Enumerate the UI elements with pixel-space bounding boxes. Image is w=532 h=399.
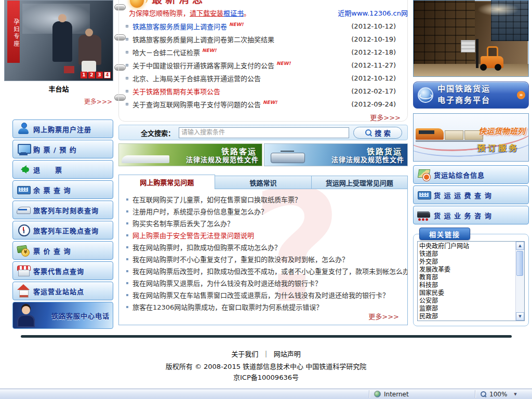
- news-link[interactable]: 关于铁路预售期有关事项公告: [132, 86, 220, 96]
- link-item[interactable]: 监察部: [419, 305, 515, 313]
- zoom-dropdown-arrow[interactable]: ▼: [514, 392, 516, 396]
- site-statement-link[interactable]: 网站声明: [274, 350, 301, 358]
- banner-subtitle: 法律法规及规范性文件: [331, 154, 404, 164]
- carousel-more-link[interactable]: 更多>>>: [4, 97, 113, 105]
- faq-item[interactable]: 我在网站购票时，扣款成功但购票不成功怎么办？: [124, 241, 400, 253]
- menu-item-freight-service[interactable]: 货 运 业 务 咨 询: [413, 206, 529, 224]
- faq-content-box: ? 在互联网购买了儿童票，如何在售票窗口换取纸质车票？ 注册用户时，系统提示身份…: [118, 189, 408, 325]
- news-item: 北京、上海局关于合蚌高铁开通运营的公告 (2012-10-12): [126, 72, 401, 85]
- refund-arrow-icon: [17, 163, 30, 176]
- menu-label: 旅客列车正晚点查询: [33, 225, 99, 235]
- menu-item-freight-station-info[interactable]: 货运站综合信息: [413, 165, 529, 184]
- menu-item-freight-fee-query[interactable]: 货 运 运 费 查 询: [413, 185, 529, 204]
- express-freight-banner[interactable]: 快运货物班列 预 订 服 务: [413, 113, 529, 162]
- link-item[interactable]: 民政部: [419, 313, 515, 321]
- tab-online-ticket-faq[interactable]: 网上购票常见问题: [118, 175, 215, 189]
- bullet-icon: [126, 258, 128, 260]
- tab-freight-faq[interactable]: 货运网上受理常见问题: [312, 176, 408, 189]
- faq-item[interactable]: 旅客在12306网站购票成功，在窗口取票时为何系统提示错误？: [124, 301, 400, 313]
- link-item[interactable]: 发展改革委: [419, 266, 515, 274]
- menu-item-buy-ticket[interactable]: 购 票 / 预 约: [12, 140, 113, 158]
- search-button[interactable]: 搜 索: [353, 127, 402, 139]
- news-link[interactable]: 关于查询互联网购票电子支付等问题的公告: [132, 99, 261, 109]
- faq-question: 我在网站购票后改签时，扣款成功但改签不成功，或者不小心重复支付了，款项未到帐怎么…: [132, 266, 408, 276]
- search-input[interactable]: [179, 127, 349, 138]
- notice-text: 为保障您顺畅购票，: [129, 9, 190, 17]
- ecommerce-line1: 中国铁路货运: [437, 84, 490, 95]
- freight-legal-banner[interactable]: 铁路货运 法律法规及规范性文件: [264, 143, 408, 166]
- faq-question: 在互联网购买了儿童票，如何在售票窗口换取纸质车票？: [132, 194, 301, 204]
- menu-item-register[interactable]: 网上购票用户注册: [12, 119, 113, 138]
- tab-railway-knowledge[interactable]: 铁路常识: [215, 176, 311, 189]
- status-message-area: [0, 389, 369, 399]
- zone-label: Internet: [384, 391, 409, 398]
- faq-more-link[interactable]: 更多>>>: [368, 311, 399, 321]
- faq-question: 我在网站购票又退票后，为什么钱没有及时退还给我的银行卡？: [132, 278, 322, 288]
- news-list: 铁路旅客服务质量网上调查问卷 NEW! (2012-10-12) 铁路旅客服务质…: [126, 20, 401, 111]
- passenger-legal-banner[interactable]: 铁路客运 法律法规及规范性文件: [118, 143, 262, 166]
- faq-item[interactable]: 我在网站购票后改签时，扣款成功但改签不成功，或者不小心重复支付了，款项未到帐怎么…: [124, 265, 400, 277]
- news-link[interactable]: 北京、上海局关于合蚌高铁开通运营的公告: [132, 73, 261, 83]
- faq-item[interactable]: 注册用户时，系统提示身份信息重复怎么办？: [124, 205, 400, 217]
- menu-item-refund[interactable]: 退 票: [12, 160, 113, 179]
- scrollbar-down-button[interactable]: ▼: [516, 312, 524, 321]
- carousel-page-button[interactable]: 3: [96, 72, 103, 78]
- train-icon: [17, 203, 30, 217]
- notice-text: 。: [244, 9, 250, 17]
- menu-item-timetable[interactable]: 旅客列车时刻表查询: [12, 201, 113, 219]
- about-us-link[interactable]: 关于我们: [231, 350, 258, 358]
- link-item[interactable]: 铁道部: [419, 250, 515, 258]
- footer-divider: [21, 335, 512, 338]
- carousel-page-button-active[interactable]: 4: [104, 72, 111, 78]
- carousel-page-button[interactable]: 2: [88, 72, 95, 78]
- notice-right-link[interactable]: 近期www.12306.cn网: [338, 8, 408, 18]
- freight-ecommerce-banner[interactable]: 中国铁路货运 电子商务平台 »: [413, 82, 529, 109]
- forklift-load: [461, 40, 475, 52]
- bullet-icon: [126, 64, 128, 66]
- new-badge: NEW!: [276, 61, 291, 66]
- news-item: 铁路旅客服务质量网上调查问卷 NEW! (2012-10-12): [126, 20, 401, 33]
- bullet-icon: [126, 270, 128, 272]
- news-link[interactable]: 铁路旅客服务质量网上调查问卷: [132, 21, 227, 31]
- link-item[interactable]: 教育部: [419, 274, 515, 282]
- news-date: (2012-10-19): [351, 35, 401, 43]
- fulltext-search-bar: 全文搜索： 搜 索: [118, 125, 408, 140]
- menu-item-remaining-tickets[interactable]: 余 票 查 询: [12, 180, 113, 199]
- link-item[interactable]: 外交部: [419, 258, 515, 266]
- faq-item[interactable]: 网上购票由于安全警告无法登录问题说明: [124, 229, 400, 241]
- news-link[interactable]: 关于中国建设银行开通铁路客票网上支付的公告: [132, 60, 274, 70]
- zoom-control[interactable]: 100% ▼: [476, 391, 532, 398]
- menu-label: 铁路客服中心电话: [51, 311, 113, 321]
- new-badge: NEW!: [229, 22, 244, 27]
- news-more-link[interactable]: 更多>>>: [370, 112, 401, 122]
- menu-item-ticket-price[interactable]: 票 价 查 询: [12, 241, 113, 260]
- footer-separator: ｜: [262, 350, 269, 358]
- faq-item[interactable]: 我在网站购票又退票后，为什么钱没有及时退还给我的银行卡？: [124, 277, 400, 289]
- faq-item[interactable]: 购买实名制车票后丢失了怎么办？: [124, 217, 400, 229]
- scrollbar-up-button[interactable]: ▲: [516, 242, 524, 250]
- news-item: 关于铁路预售期有关事项公告 (2012-02-17): [126, 85, 401, 98]
- link-item[interactable]: 国家民委: [419, 289, 515, 297]
- scrollbar-thumb[interactable]: [516, 251, 523, 276]
- faq-item[interactable]: 我在网站购票时不小心重复支付了，重复扣的款没有及时到帐，怎么办？: [124, 253, 400, 265]
- menu-label: 货 运 业 务 咨 询: [434, 210, 492, 220]
- forklift-wheel: [495, 64, 501, 71]
- faq-item[interactable]: 在互联网购买了儿童票，如何在售票窗口换取纸质车票？: [124, 193, 400, 205]
- link-item[interactable]: 科技部: [419, 282, 515, 289]
- link-item[interactable]: 中央政府门户网站: [419, 243, 515, 250]
- news-date: (2012-10-12): [351, 22, 401, 30]
- menu-item-agency[interactable]: 客票代售点查询: [12, 261, 113, 280]
- link-item[interactable]: 公安部: [419, 297, 515, 305]
- menu-item-punctuality[interactable]: 旅客列车正晚点查询: [12, 221, 113, 240]
- news-link[interactable]: 哈大－合蚌二代证检票: [132, 47, 200, 57]
- news-date: (2012-10-12): [351, 74, 401, 82]
- root-certificate-link[interactable]: 根证书: [223, 9, 244, 17]
- menu-item-customer-service[interactable]: 铁路客服中心电话: [12, 302, 113, 329]
- menu-item-stations[interactable]: 客运营业站站点: [12, 282, 113, 300]
- carousel-page-button[interactable]: 1: [81, 72, 87, 78]
- scrollbar-track[interactable]: [516, 250, 524, 312]
- scrollbar[interactable]: ▲ ▼: [515, 242, 524, 321]
- news-section-heading: 最新消息: [152, 0, 206, 6]
- faq-item[interactable]: 我在网站购票又在车站售票窗口改签或退票后，为什么钱没有及时退还给我的银行卡？: [124, 289, 400, 301]
- news-link[interactable]: 铁路旅客服务质量网上调查问卷第二次抽奖结果: [132, 34, 274, 44]
